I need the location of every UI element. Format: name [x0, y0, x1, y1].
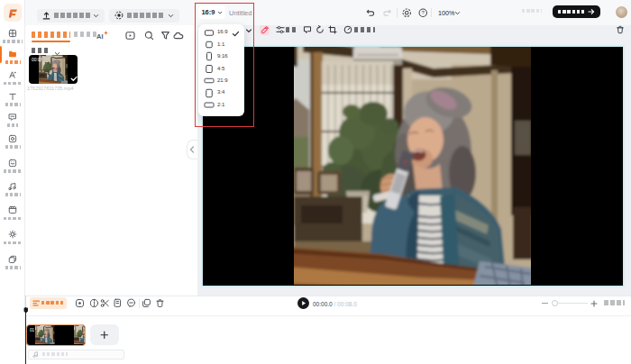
svg-text:?: ?	[422, 10, 425, 15]
